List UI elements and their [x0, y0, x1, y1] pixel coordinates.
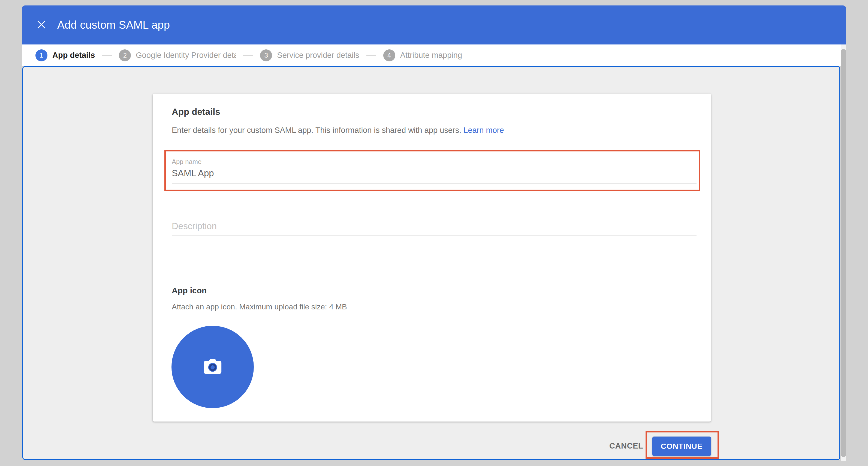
app-icon-heading: App icon	[172, 286, 207, 295]
step-attribute-mapping[interactable]: 4 Attribute mapping	[383, 49, 462, 61]
scrollbar-thumb[interactable]	[841, 49, 846, 457]
app-name-annotation-box: App name	[164, 150, 700, 191]
card-description-text: Enter details for your custom SAML app. …	[172, 126, 461, 135]
app-name-input[interactable]	[172, 167, 690, 180]
step-divider	[366, 55, 376, 56]
description-input[interactable]	[172, 217, 696, 236]
step-4-label: Attribute mapping	[400, 51, 462, 60]
app-name-underline	[172, 183, 696, 184]
content-panel: App details Enter details for your custo…	[22, 66, 840, 460]
step-divider	[243, 55, 253, 56]
cancel-button[interactable]: CANCEL	[601, 440, 651, 452]
step-divider	[102, 55, 112, 56]
step-2-label: Google Identity Provider details	[136, 51, 236, 60]
dialog-header: Add custom SAML app	[22, 5, 846, 45]
step-3-label: Service provider details	[277, 51, 359, 60]
card-heading: App details	[172, 107, 220, 117]
close-button[interactable]	[35, 19, 48, 31]
learn-more-link[interactable]: Learn more	[463, 126, 504, 135]
scrollbar-track[interactable]	[841, 45, 846, 461]
step-app-details[interactable]: 1 App details	[35, 49, 95, 61]
close-x-icon	[36, 19, 47, 31]
step-4-circle: 4	[383, 49, 395, 61]
card-description: Enter details for your custom SAML app. …	[172, 126, 504, 135]
camera-icon	[201, 355, 224, 379]
add-custom-saml-app-dialog: Add custom SAML app 1 App details 2 Goog…	[22, 5, 846, 460]
app-icon-upload-button[interactable]	[172, 326, 254, 408]
app-details-card: App details Enter details for your custo…	[153, 94, 711, 421]
step-2-circle: 2	[119, 49, 131, 61]
step-1-label: App details	[52, 51, 95, 60]
step-3-circle: 3	[260, 49, 272, 61]
app-icon-subtitle: Attach an app icon. Maximum upload file …	[172, 302, 347, 311]
continue-button[interactable]: CONTINUE	[652, 437, 711, 456]
app-name-label: App name	[172, 158, 202, 166]
step-google-idp-details[interactable]: 2 Google Identity Provider details	[119, 49, 236, 61]
stepper: 1 App details 2 Google Identity Provider…	[22, 45, 846, 66]
dialog-title: Add custom SAML app	[57, 19, 170, 31]
step-service-provider-details[interactable]: 3 Service provider details	[260, 49, 359, 61]
step-1-circle: 1	[35, 49, 48, 61]
